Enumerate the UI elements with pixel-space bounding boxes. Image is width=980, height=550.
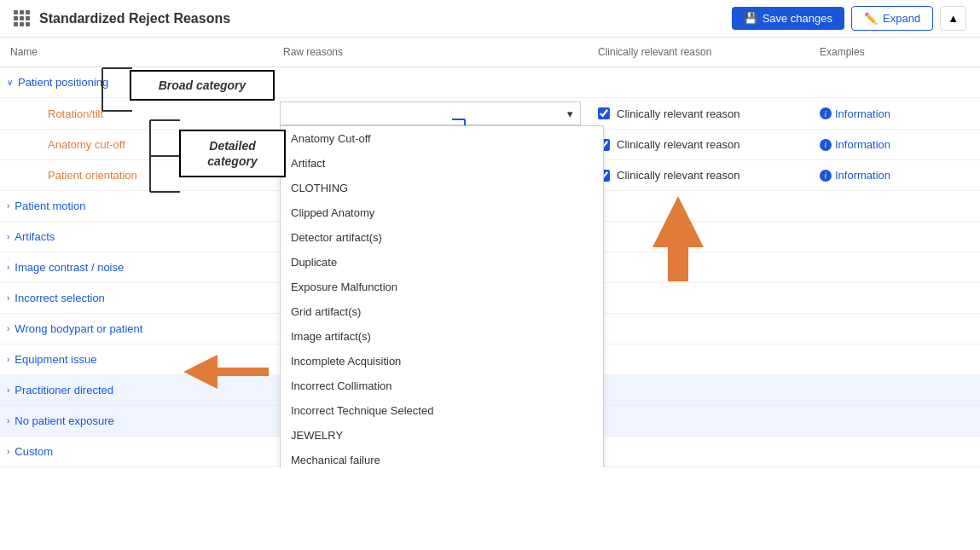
- category-label[interactable]: No patient exposure: [14, 414, 113, 427]
- info-icon: i: [820, 139, 832, 151]
- expand-icon[interactable]: ›: [7, 416, 9, 426]
- save-button[interactable]: 💾 Save changes: [732, 7, 844, 30]
- dropdown-trigger[interactable]: ▾: [280, 101, 581, 125]
- category-label[interactable]: Incorrect selection: [14, 292, 105, 304]
- table-row: ∨ Patient positioning: [0, 67, 980, 98]
- column-headers: Name Raw reasons Clinically relevant rea…: [0, 38, 980, 67]
- grid-icon: [14, 10, 31, 27]
- info-link[interactable]: Information: [835, 169, 890, 182]
- info-link[interactable]: Information: [835, 107, 890, 120]
- expand-icon[interactable]: ›: [7, 201, 9, 211]
- expand-icon: ✏️: [864, 12, 878, 25]
- name-cell: › Custom: [0, 442, 273, 461]
- raw-cell[interactable]: ▾ Anatomy Cut-offArtifactCLOTHINGClipped…: [273, 98, 588, 129]
- category-name-cell: ∨ Patient positioning: [0, 72, 273, 92]
- examples-cell: i Information: [809, 104, 980, 124]
- dropdown-wrapper: ▾ Anatomy Cut-offArtifactCLOTHINGClipped…: [280, 101, 581, 125]
- name-cell: › Incorrect selection: [0, 288, 273, 308]
- raw-cell: [273, 79, 588, 86]
- page-title: Standardized Reject Reasons: [39, 11, 230, 26]
- name-cell: › Wrong bodypart or patient: [0, 319, 273, 339]
- clinically-cell: Clinically relevant reason: [588, 104, 809, 124]
- clinically-cell: Clinically relevant reason: [588, 165, 809, 185]
- col-raw: Raw reasons: [273, 43, 588, 61]
- name-cell: › Equipment issue: [0, 350, 273, 369]
- expand-collapse-icon[interactable]: ∨: [7, 78, 13, 87]
- category-label[interactable]: Practitioner directed: [14, 384, 113, 397]
- dropdown-item[interactable]: Exposure Malfunction: [281, 275, 603, 299]
- dropdown-item[interactable]: Anatomy Cut-off: [281, 126, 603, 151]
- table-row: Rotation/tilt ▾ Anatomy Cut-offArtifactC…: [0, 98, 980, 130]
- save-icon: 💾: [744, 12, 757, 25]
- dropdown-item[interactable]: Incorrect Collimation: [281, 373, 603, 398]
- examples-cell: i Information: [809, 165, 980, 185]
- dropdown-item[interactable]: Image artifact(s): [281, 324, 603, 349]
- category-label[interactable]: Image contrast / noise: [14, 261, 124, 274]
- name-cell: Rotation/tilt: [0, 104, 273, 124]
- expand-button[interactable]: ✏️ Expand: [851, 6, 933, 31]
- header-left: Standardized Reject Reasons: [14, 10, 230, 27]
- clinically-cell: [588, 79, 809, 86]
- category-label[interactable]: Custom: [14, 445, 53, 458]
- expand-icon[interactable]: ›: [7, 324, 9, 333]
- examples-cell: i Information: [809, 135, 980, 154]
- name-cell: › Image contrast / noise: [0, 258, 273, 277]
- category-label[interactable]: Wrong bodypart or patient: [14, 322, 142, 335]
- category-label[interactable]: Patient positioning: [18, 76, 108, 89]
- sub-category-label[interactable]: Patient orientation: [31, 169, 137, 182]
- category-label[interactable]: Patient motion: [14, 200, 85, 212]
- expand-icon[interactable]: ›: [7, 385, 9, 395]
- app-container: Standardized Reject Reasons 💾 Save chang…: [0, 0, 980, 550]
- header: Standardized Reject Reasons 💾 Save chang…: [0, 0, 980, 38]
- sub-category-label[interactable]: Rotation/tilt: [31, 107, 103, 120]
- col-name: Name: [0, 43, 273, 61]
- dropdown-list[interactable]: Anatomy Cut-offArtifactCLOTHINGClipped A…: [280, 125, 604, 467]
- dropdown-item[interactable]: Artifact: [281, 151, 603, 176]
- dropdown-item[interactable]: Clipped Anatomy: [281, 200, 603, 225]
- category-label[interactable]: Artifacts: [14, 230, 55, 243]
- clinically-label: Clinically relevant reason: [617, 107, 740, 120]
- dropdown-item[interactable]: Incorrect Technique Selected: [281, 398, 603, 423]
- dropdown-item[interactable]: Mechanical failure: [281, 448, 603, 467]
- col-examples: Examples: [809, 43, 980, 61]
- name-cell: Anatomy cut-off: [0, 135, 273, 154]
- clinically-label: Clinically relevant reason: [617, 169, 740, 182]
- name-cell: › Artifacts: [0, 227, 273, 246]
- info-link[interactable]: Information: [835, 138, 890, 151]
- name-cell: Patient orientation: [0, 165, 273, 185]
- info-icon: i: [820, 107, 832, 119]
- dropdown-item[interactable]: Duplicate: [281, 250, 603, 275]
- name-cell: › Practitioner directed: [0, 380, 273, 400]
- sub-category-label[interactable]: Anatomy cut-off: [31, 138, 125, 151]
- table-body: ∨ Patient positioning Rotation/tilt ▾: [0, 67, 980, 467]
- col-clinically: Clinically relevant reason: [588, 43, 809, 61]
- clinically-cell: Clinically relevant reason: [588, 135, 809, 154]
- name-cell: › Patient motion: [0, 196, 273, 216]
- expand-icon[interactable]: ›: [7, 355, 9, 364]
- clinically-checkbox[interactable]: [598, 107, 610, 119]
- expand-icon[interactable]: ›: [7, 293, 9, 303]
- expand-icon[interactable]: ›: [7, 232, 9, 241]
- dropdown-item[interactable]: Detector artifact(s): [281, 225, 603, 250]
- expand-icon[interactable]: ›: [7, 263, 9, 272]
- info-icon: i: [820, 170, 832, 182]
- dropdown-item[interactable]: Grid artifact(s): [281, 299, 603, 324]
- category-label[interactable]: Equipment issue: [14, 353, 96, 366]
- dropdown-item[interactable]: JEWELRY: [281, 423, 603, 448]
- examples-cell: [809, 79, 980, 86]
- name-cell: › No patient exposure: [0, 411, 273, 431]
- expand-icon[interactable]: ›: [7, 447, 9, 456]
- clinically-label: Clinically relevant reason: [617, 138, 740, 151]
- dropdown-item[interactable]: Incomplete Acquisition: [281, 349, 603, 373]
- header-actions: 💾 Save changes ✏️ Expand ▲: [732, 6, 966, 31]
- dropdown-item[interactable]: CLOTHING: [281, 176, 603, 200]
- collapse-button[interactable]: ▲: [940, 6, 966, 31]
